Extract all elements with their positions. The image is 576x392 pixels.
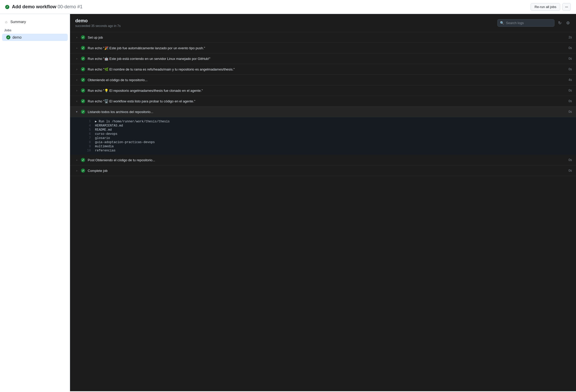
step-row[interactable]: ›Set up job2s — [70, 32, 576, 43]
step-row[interactable]: ›Run echo "🌿 El nombre de tu rama es ref… — [70, 64, 576, 75]
chevron-right-icon: › — [74, 56, 79, 61]
sidebar-item-summary[interactable]: ⌂ Summary — [0, 18, 70, 25]
header-left: Add demo workflow 00-demo #1 — [5, 4, 83, 10]
step-status-icon — [81, 158, 85, 162]
step-label: Listando todos los archivos del reposito… — [88, 110, 566, 114]
run-info: 00-demo #1 — [58, 4, 83, 9]
log-line-number: 1 — [83, 120, 91, 123]
chevron-right-icon: › — [74, 99, 79, 104]
job-label: demo — [12, 35, 22, 39]
log-line-text: ▶ Run ls /home/runner/work/thesis/thesis — [95, 120, 170, 123]
job-title: demo — [75, 18, 121, 24]
home-icon: ⌂ — [4, 20, 8, 24]
log-line: 9multimedia — [70, 144, 576, 149]
job-log-panel: demo succeeded 35 seconds ago in 7s 🔍 ↻ … — [70, 14, 576, 391]
step-label: Complete job — [88, 169, 566, 173]
chevron-right-icon: › — [74, 157, 79, 163]
step-row[interactable]: ›Complete job0s — [70, 165, 576, 176]
step-label: Run echo "🌿 El nombre de tu rama es refs… — [88, 67, 566, 71]
chevron-right-icon: › — [74, 168, 79, 173]
chevron-right-icon: › — [74, 67, 79, 72]
step-duration: 0s — [568, 169, 572, 172]
chevron-right-icon: › — [74, 77, 79, 82]
job-title-block: demo succeeded 35 seconds ago in 7s — [75, 18, 121, 28]
step-row[interactable]: ›Obteniendo el código de tu repositorio.… — [70, 75, 576, 85]
job-status-icon — [6, 35, 10, 39]
step-label: Set up job — [88, 36, 566, 39]
log-line: 6curso-devops — [70, 132, 576, 136]
sidebar-item-demo[interactable]: demo — [2, 34, 68, 41]
log-line-number: 9 — [83, 145, 91, 148]
log-line-text: README.md — [95, 128, 112, 132]
workflow-title: Add demo workflow 00-demo #1 — [12, 4, 83, 10]
step-label: Run echo "🎉 Este job fue automáticamente… — [88, 46, 566, 50]
step-duration: 4s — [568, 78, 572, 82]
step-row[interactable]: ▾Listando todos los archivos del reposit… — [70, 107, 576, 117]
log-line-number: 4 — [83, 124, 91, 128]
log-line-number: 6 — [83, 132, 91, 136]
step-row[interactable]: ›Run echo "💡 El repositorio angelmadames… — [70, 85, 576, 96]
log-line-text: curso-devops — [95, 132, 117, 136]
search-icon: 🔍 — [500, 21, 504, 25]
steps-list: ›Set up job2s›Run echo "🎉 Este job fue a… — [70, 32, 576, 391]
step-status-icon — [81, 88, 85, 93]
step-status-icon — [81, 169, 85, 173]
step-status-icon — [81, 46, 85, 50]
chevron-down-icon: ▾ — [74, 109, 79, 114]
step-label: Run echo "💡 El repositorio angelmadames/… — [88, 89, 566, 93]
job-header: demo succeeded 35 seconds ago in 7s 🔍 ↻ … — [70, 14, 576, 32]
step-duration: 0s — [568, 57, 572, 60]
step-duration: 0s — [568, 67, 572, 71]
step-label: Run echo "🤖 Este job está corriendo en u… — [88, 57, 566, 61]
step-label: Run echo "🖥️ El workflow está listo para… — [88, 99, 566, 103]
chevron-right-icon: › — [74, 45, 79, 51]
step-row[interactable]: ›Run echo "🤖 Este job está corriendo en … — [70, 53, 576, 64]
log-line: 7glosario — [70, 136, 576, 140]
log-line-number: 10 — [83, 149, 91, 152]
log-line-number: 5 — [83, 128, 91, 132]
log-line-text: glosario — [95, 136, 110, 140]
job-header-controls: 🔍 ↻ ⚙ — [497, 19, 571, 27]
log-line-number: 7 — [83, 136, 91, 140]
step-label: Post Obteniendo el código de tu reposito… — [88, 158, 566, 162]
summary-label: Summary — [10, 20, 26, 24]
header-right: Re-run all jobs ··· — [531, 3, 571, 11]
workflow-status-icon — [5, 5, 9, 9]
step-duration: 2s — [568, 36, 572, 39]
step-duration: 0s — [568, 89, 572, 92]
step-duration: 0s — [568, 158, 572, 162]
log-line: 8guia-adoptacion-practicas-devops — [70, 140, 576, 144]
log-line: 5README.md — [70, 128, 576, 132]
step-status-icon — [81, 99, 85, 103]
workflow-name: Add demo workflow — [12, 4, 56, 9]
log-line-text: HERRAMIENTAS.md — [95, 124, 123, 128]
step-status-icon — [81, 35, 85, 39]
step-status-icon — [81, 78, 85, 82]
step-row[interactable]: ›Post Obteniendo el código de tu reposit… — [70, 155, 576, 165]
refresh-button[interactable]: ↻ — [557, 19, 563, 26]
page-header: Add demo workflow 00-demo #1 Re-run all … — [0, 0, 576, 14]
log-content: 1▶ Run ls /home/runner/work/thesis/thesi… — [70, 117, 576, 155]
settings-button[interactable]: ⚙ — [565, 19, 571, 26]
more-options-button[interactable]: ··· — [562, 3, 571, 11]
log-line-number: 8 — [83, 141, 91, 144]
sidebar: ⌂ Summary Jobs demo — [0, 14, 70, 391]
step-row[interactable]: ›Run echo "🖥️ El workflow está listo par… — [70, 96, 576, 107]
chevron-right-icon: › — [74, 35, 79, 40]
search-logs-input[interactable] — [497, 19, 554, 27]
step-status-icon — [81, 67, 85, 71]
chevron-right-icon: › — [74, 88, 79, 93]
log-line: 10referencias — [70, 149, 576, 153]
step-duration: 0s — [568, 99, 572, 103]
step-duration: 0s — [568, 110, 572, 114]
step-row[interactable]: ›Run echo "🎉 Este job fue automáticament… — [70, 43, 576, 53]
job-subtitle: succeeded 35 seconds ago in 7s — [75, 24, 121, 28]
rerun-all-jobs-button[interactable]: Re-run all jobs — [531, 3, 560, 11]
log-line: 1▶ Run ls /home/runner/work/thesis/thesi… — [70, 119, 576, 124]
main-layout: ⌂ Summary Jobs demo demo succeeded 35 se… — [0, 14, 576, 391]
search-logs-wrapper: 🔍 — [497, 19, 554, 27]
log-line: 4HERRAMIENTAS.md — [70, 124, 576, 128]
step-duration: 0s — [568, 46, 572, 50]
log-line-text: multimedia — [95, 145, 114, 148]
step-label: Obteniendo el código de tu repositorio..… — [88, 78, 566, 82]
